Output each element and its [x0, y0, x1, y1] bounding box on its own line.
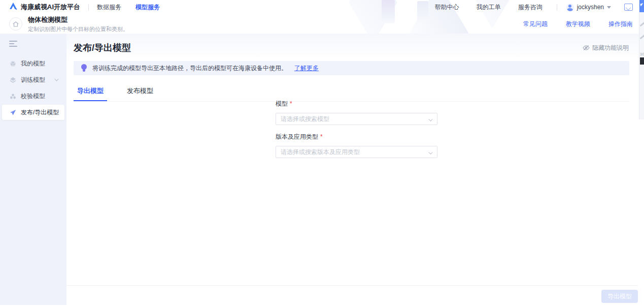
tutorial-video-link[interactable]: 教学视频 — [566, 20, 590, 28]
export-form: 模型* 请选择或搜索模型 版本及应用类型* 请选择或搜索版本及应用类型 — [276, 100, 437, 166]
user-avatar[interactable] — [566, 4, 574, 11]
main-content: 发布/导出模型 隐藏功能说明 将训练完成的模型导出至本地路径，导出后的模型可在海… — [66, 34, 644, 306]
faq-link[interactable]: 常见问题 — [523, 20, 548, 28]
field-label-text: 模型 — [276, 100, 288, 107]
cube-icon — [9, 60, 16, 67]
tab-export-model[interactable]: 导出模型 — [74, 82, 107, 101]
sidebar-item-label: 校验模型 — [21, 92, 45, 101]
tab-bar: 导出模型 发布模型 — [74, 82, 629, 102]
chevron-down-icon[interactable] — [55, 77, 59, 81]
page-header: 物体检测模型 定制识别图片中每个目标的位置和类别。 常见问题 教学视频 操作指南 — [0, 14, 644, 34]
my-tickets-link[interactable]: 我的工单 — [477, 3, 501, 12]
sidebar: 我的模型 训练模型 校验模型 发布/导出模型 — [0, 34, 66, 305]
model-heading: 物体检测模型 定制识别图片中每个目标的位置和类别。 — [28, 15, 128, 33]
main-header: 发布/导出模型 隐藏功能说明 — [66, 34, 644, 54]
sidebar-item-my-models[interactable]: 我的模型 — [2, 56, 64, 71]
app-body: 我的模型 训练模型 校验模型 发布/导出模型 — [0, 34, 644, 306]
toolbar-number-label: 10 — [640, 52, 644, 56]
cluster-icon — [9, 93, 16, 100]
color-swatch[interactable] — [640, 57, 644, 65]
paper-plane-icon — [9, 109, 16, 116]
version-type-field: 版本及应用类型* 请选择或搜索版本及应用类型 — [276, 133, 437, 158]
page-title: 发布/导出模型 — [74, 42, 131, 54]
brand-logo-icon — [9, 3, 17, 12]
sidebar-item-label: 训练模型 — [21, 76, 45, 84]
layers-icon — [9, 76, 16, 83]
brand[interactable]: 海康威视AI开放平台 — [9, 3, 80, 12]
sidebar-item-verify-models[interactable]: 校验模型 — [2, 88, 64, 104]
tab-publish-model[interactable]: 发布模型 — [123, 82, 157, 101]
eye-off-icon — [583, 45, 590, 51]
chevron-down-icon — [428, 150, 432, 154]
nav-item-data-service[interactable]: 数据服务 — [97, 3, 121, 12]
chevron-down-icon — [428, 117, 432, 121]
required-mark: * — [290, 100, 292, 107]
banner-text: 将训练完成的模型导出至本地路径，导出后的模型可在海康设备中使用。 — [92, 64, 287, 73]
field-label-text: 版本及应用类型 — [276, 133, 318, 140]
sidebar-item-publish-export[interactable]: 发布/导出模型 — [2, 105, 64, 120]
username[interactable]: jockyshen — [577, 4, 604, 11]
operation-guide-link[interactable]: 操作指南 — [608, 20, 633, 28]
page-header-links: 常见问题 教学视频 操作指南 — [505, 20, 633, 28]
model-title: 物体检测模型 — [28, 15, 128, 24]
learn-more-link[interactable]: 了解更多 — [294, 64, 319, 73]
chevron-down-icon[interactable] — [607, 6, 611, 9]
topnav-right: 帮助中心 我的工单 服务咨询 jockyshen — [418, 3, 633, 12]
cursor-tool-icon[interactable] — [639, 0, 644, 12]
app-window: 海康威视AI开放平台 数据服务 模型服务 帮助中心 我的工单 服务咨询 jock… — [0, 0, 644, 306]
hide-help-label: 隐藏功能说明 — [592, 44, 629, 52]
sidebar-collapse-icon[interactable] — [9, 41, 17, 47]
help-center-link[interactable]: 帮助中心 — [435, 3, 459, 12]
footer-bar: 导出模型 — [66, 285, 638, 306]
mail-icon[interactable] — [624, 4, 633, 11]
export-model-button[interactable]: 导出模型 — [601, 290, 638, 303]
model-select-placeholder: 请选择或搜索模型 — [281, 115, 329, 124]
divider — [557, 4, 557, 11]
sidebar-item-label: 我的模型 — [21, 59, 45, 68]
version-type-field-label: 版本及应用类型* — [276, 133, 437, 141]
sidebar-item-train-models[interactable]: 训练模型 — [2, 72, 64, 87]
clipped-side-toolbar: 10 — [639, 0, 644, 119]
model-field: 模型* 请选择或搜索模型 — [276, 100, 437, 125]
top-navbar: 海康威视AI开放平台 数据服务 模型服务 帮助中心 我的工单 服务咨询 jock… — [0, 0, 644, 14]
model-subtitle: 定制识别图片中每个目标的位置和类别。 — [28, 25, 128, 33]
pencil-icon[interactable] — [639, 34, 644, 39]
service-consult-link[interactable]: 服务咨询 — [518, 3, 543, 12]
home-icon[interactable] — [9, 17, 22, 30]
sidebar-item-label: 发布/导出模型 — [21, 108, 59, 117]
hide-help-toggle[interactable]: 隐藏功能说明 — [583, 44, 629, 52]
version-type-select-placeholder: 请选择或搜索版本及应用类型 — [281, 148, 360, 157]
required-mark: * — [320, 133, 323, 140]
model-field-label: 模型* — [276, 100, 437, 108]
pencil-icon[interactable] — [639, 21, 644, 26]
version-type-select[interactable]: 请选择或搜索版本及应用类型 — [276, 146, 437, 158]
nav-item-model-service[interactable]: 模型服务 — [135, 3, 160, 12]
model-select[interactable]: 请选择或搜索模型 — [276, 113, 437, 125]
lightbulb-icon — [81, 64, 87, 72]
info-banner: 将训练完成的模型导出至本地路径，导出后的模型可在海康设备中使用。 了解更多 — [74, 61, 629, 75]
brand-name: 海康威视AI开放平台 — [21, 3, 80, 12]
divider — [88, 4, 89, 11]
